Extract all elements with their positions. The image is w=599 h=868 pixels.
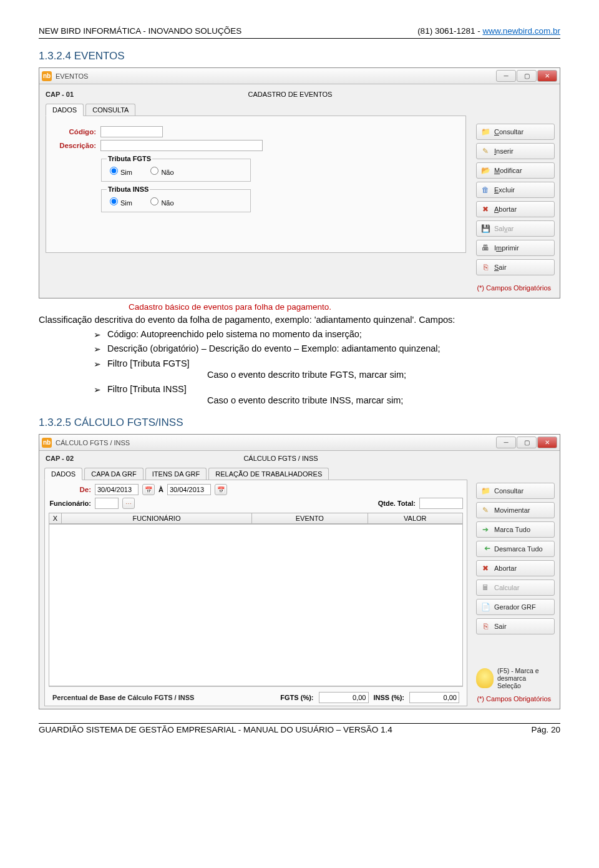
codigo-input[interactable] [100,126,163,137]
button-label: Sair [494,623,550,630]
movimentar-button[interactable]: ✎Movimentar [476,502,555,518]
label-codigo: Código: [52,128,96,136]
table-body[interactable] [49,524,463,686]
descricao-input[interactable] [100,140,263,151]
underline-char: M [494,167,500,174]
underline-char: S [494,264,499,271]
button-label: Calcular [494,584,550,591]
close-button[interactable]: ✕ [537,70,557,82]
search-folder-icon: 📁 [480,486,490,496]
radio-inss-nao[interactable]: Não [147,199,173,207]
fgts-pct-input[interactable] [319,692,369,703]
radio-fgts-nao[interactable]: Não [147,169,173,176]
minimize-button[interactable]: ─ [496,70,516,82]
bullet-item: Código: Autopreenchido pelo sistema no m… [39,328,560,343]
form-code: CAP - 01 [46,91,114,98]
group-tributa-inss: Tributa INSS Sim Não [101,185,251,212]
titlebar: nb CÁLCULO FGTS / INSS ─ ▢ ✕ [39,435,560,451]
radio-inss-sim[interactable]: Sim [107,199,132,207]
calculator-icon: 🖩 [480,583,490,593]
tab-dados[interactable]: DADOS [44,468,82,480]
pencil-icon: ✎ [480,505,490,515]
sair-button[interactable]: ⎘Sair [476,259,555,275]
abortar-button[interactable]: ✖Abortar [476,201,555,217]
maximize-button[interactable]: ▢ [517,436,537,448]
salvar-button[interactable]: 💾Salvar [476,220,555,237]
col-funcionario[interactable]: FUCNIONÁRIO [62,513,252,524]
underline-char: A [494,205,499,213]
label-de: De: [49,486,91,493]
group-tributa-fgts: Tributa FGTS Sim Não [101,155,251,182]
lookup-button[interactable]: ⋯ [122,498,135,509]
bullet-item: Filtro [Tributa FGTS] Caso o evento desc… [39,358,560,383]
funcionario-input[interactable] [95,498,119,509]
modificar-button[interactable]: 📂Modificar [476,162,555,179]
app-icon: nb [42,71,52,81]
calcular-button[interactable]: 🖩Calcular [476,579,555,596]
radio-label: Não [161,169,173,176]
close-button[interactable]: ✕ [537,436,557,448]
calendar-icon[interactable]: 📅 [142,484,155,495]
label-descricao: Descrição: [52,142,96,149]
arrow-right-icon: ➔ [480,525,490,535]
qtde-total-input[interactable] [419,498,463,509]
underline-char: C [494,128,499,136]
col-x[interactable]: X [49,513,62,524]
abortar-button[interactable]: ✖Abortar [476,560,555,576]
inss-pct-input[interactable] [409,692,459,703]
button-label: Marca Tudo [494,526,550,533]
tab-capa-grf[interactable]: CAPA DA GRF [84,468,144,480]
printer-icon: 🖶 [480,243,490,253]
consultar-button[interactable]: 📁Consultar [476,483,555,499]
tab-itens-grf[interactable]: ITENS DA GRF [145,468,207,480]
date-to-input[interactable] [167,484,211,495]
section-heading: 1.3.2.5 CÁLCULO FGTS/INSS [39,417,560,429]
imprimir-button[interactable]: 🖶Imprimir [476,240,555,256]
app-icon: nb [42,438,52,448]
underline-char: v [504,225,508,232]
tab-panel: Código: Descrição: Tributa FGTS Sim Não [46,116,466,253]
sair-button[interactable]: ⎘Sair [476,618,555,634]
doc-header-link[interactable]: www.newbird.com.br [482,26,560,36]
col-valor[interactable]: VALOR [368,513,462,524]
intro-paragraph: Classificação descritiva do evento da fo… [39,314,560,326]
date-from-input[interactable] [95,484,139,495]
divider [39,38,560,39]
excluir-button[interactable]: 🗑Excluir [476,182,555,198]
minimize-button[interactable]: ─ [496,436,516,448]
desmarca-tudo-button[interactable]: ➔Desmarca Tudo [476,541,555,557]
gerador-grf-button[interactable]: 📄Gerador GRF [476,599,555,615]
label-inss-pct: INSS (%): [374,694,405,701]
underline-char: m [496,244,502,252]
radio-label: Não [161,199,173,207]
tab-relacao-trabalhadores[interactable]: RELAÇÃO DE TRABALHADORES [208,468,329,480]
form-code: CAP - 02 [46,455,95,462]
tab-dados[interactable]: DADOS [46,104,84,116]
radio-fgts-sim[interactable]: Sim [107,169,132,176]
doc-footer-right: Pág. 20 [531,725,560,734]
report-icon: 📄 [480,602,490,612]
consultar-button[interactable]: 📁Consultar [476,124,555,140]
bullet-subtext: Caso o evento descrito tribute INSS, mar… [107,395,560,407]
required-note: (*) Campos Obrigatórios [476,693,555,705]
doc-header-right: (81) 3061-1281 - www.newbird.com.br [417,26,560,36]
footer-label: Percentual de Base de Cálculo FGTS / INS… [52,694,194,701]
label-fgts-pct: FGTS (%): [280,694,313,701]
maximize-button[interactable]: ▢ [517,70,537,82]
bullet-text: Filtro [Tributa FGTS] [107,358,190,368]
search-folder-icon: 📁 [480,127,490,137]
tab-consulta[interactable]: CONSULTA [85,104,135,116]
save-icon: 💾 [480,224,490,234]
underline-char: I [494,147,496,155]
calendar-icon[interactable]: 📅 [215,484,227,495]
button-label: Abortar [494,565,550,572]
col-evento[interactable]: EVENTO [251,513,368,524]
delete-icon: 🗑 [480,185,490,195]
window-calculo-fgts-inss: nb CÁLCULO FGTS / INSS ─ ▢ ✕ CAP - 02 CÁ… [39,434,560,709]
marca-tudo-button[interactable]: ➔Marca Tudo [476,521,555,538]
exit-icon: ⎘ [480,262,490,272]
inserir-button[interactable]: ✎Inserir [476,143,555,159]
hint-f5: (F5) - Marca e desmarca Seleção [476,667,555,689]
divider [39,723,560,724]
form-title: CÁLCULO FGTS / INSS [95,455,466,462]
